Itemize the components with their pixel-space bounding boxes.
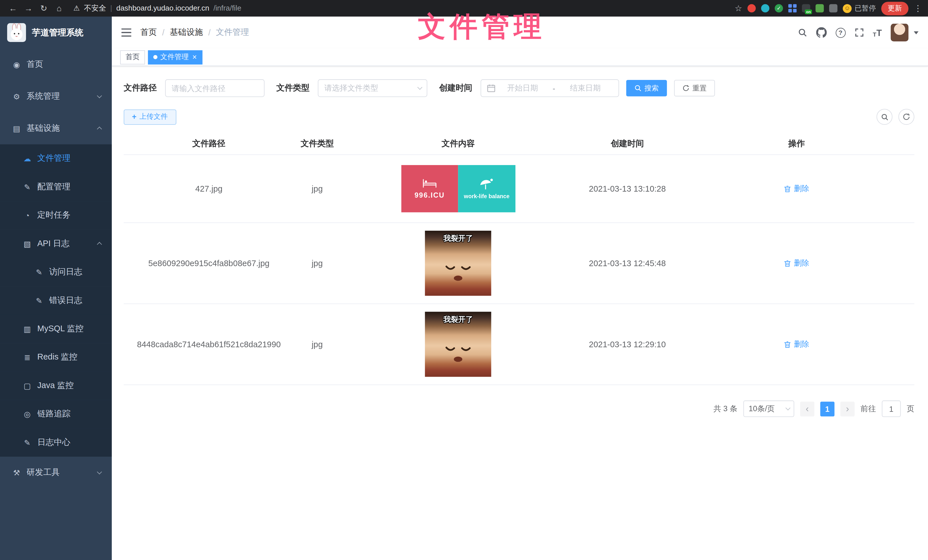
mysql-icon: ▥ [23,324,32,333]
breadcrumb: 首页/基础设施/文件管理 [140,27,249,38]
sidebar-toggle-icon[interactable] [112,28,140,37]
address-bar[interactable]: ⚠ 不安全 | dashboard.yudao.iocoder.cn/infra… [73,3,728,13]
tab-item[interactable]: 文件管理× [148,50,202,64]
file-image-crying-baby-meme[interactable]: 我裂开了 [425,231,491,296]
user-avatar[interactable] [891,24,908,41]
sidebar-item-link-trace[interactable]: ◎链路追踪 [0,400,112,428]
page-size-select[interactable]: 10条/页 [743,400,794,417]
sidebar-item-scheduled-job[interactable]: ◔定时任务 [0,201,112,229]
browser-update-button[interactable]: 更新 [881,2,908,15]
page-number-button[interactable]: 1 [820,401,835,416]
refresh-table-button[interactable] [898,109,914,125]
chevron-right-icon: › [846,404,849,414]
sidebar-item-java-monitor[interactable]: ▢Java 监控 [0,371,112,400]
sidebar-item-dev-tools[interactable]: ⚒研发工具 [0,457,112,488]
table-body: 427.jpgjpg 996.ICU work-life balance 202… [124,155,914,385]
sidebar-item-label: 配置管理 [37,182,70,192]
file-content-cell: 996.ICU work-life balance [340,155,576,222]
sidebar-menu: ◉首页⚙系统管理▤基础设施☁文件管理✎配置管理◔定时任务▧API 日志✎访问日志… [0,49,112,488]
file-type-select[interactable]: 请选择文件类型 [318,79,427,97]
browser-nav-buttons: ← → ↻ ⌂ [6,1,66,15]
avatar-caret-icon[interactable] [914,31,919,34]
sidebar-item-access-log[interactable]: ✎访问日志 [0,258,112,286]
forward-icon[interactable]: → [21,1,36,15]
file-path-input[interactable] [165,79,264,97]
error-log-icon: ✎ [34,296,44,305]
banner-left-text: 996.ICU [415,191,445,199]
delete-button[interactable]: 删除 [784,183,809,194]
sidebar-item-redis-monitor[interactable]: ≣Redis 监控 [0,343,112,371]
tab-close-icon[interactable]: × [192,53,197,61]
crying-face [438,257,478,283]
file-image-crying-baby-meme[interactable]: 我裂开了 [425,312,491,377]
upload-button[interactable]: + 上传文件 [124,109,176,125]
create-time-range-picker[interactable]: 开始日期 - 结束日期 [481,79,619,97]
sidebar-item-system[interactable]: ⚙系统管理 [0,81,112,113]
extension-icon[interactable]: on [802,4,810,12]
sidebar-item-error-log[interactable]: ✎错误日志 [0,286,112,315]
delete-button[interactable]: 删除 [784,339,809,350]
search-button-label: 搜索 [644,83,659,93]
goto-page-input[interactable] [882,400,901,417]
sidebar-item-mysql-monitor[interactable]: ▥MySQL 监控 [0,315,112,343]
reload-icon[interactable]: ↻ [37,1,51,15]
next-page-button[interactable]: › [840,401,855,416]
extension-icon[interactable]: ✓ [775,4,783,12]
security-warning-icon: ⚠ [73,4,80,12]
file-icon: ☁ [23,154,32,163]
file-image-996icu[interactable]: 996.ICU work-life balance [401,165,516,213]
toggle-search-button[interactable] [876,109,893,125]
sidebar-item-label: 系统管理 [27,91,60,102]
sidebar-item-label: MySQL 监控 [37,324,84,334]
back-icon[interactable]: ← [6,1,20,15]
dashboard-icon: ◉ [12,60,21,69]
sidebar-item-label: 首页 [27,59,43,70]
delete-button[interactable]: 删除 [784,258,809,268]
file-table: 文件路径文件类型文件内容创建时间操作 427.jpgjpg 996.ICU wo… [124,133,914,385]
extension-badge: on [805,9,812,14]
help-icon[interactable]: ? [835,27,846,37]
extension-icon[interactable] [748,4,756,12]
prev-page-button[interactable]: ‹ [800,401,815,416]
sidebar-item-file-manage[interactable]: ☁文件管理 [0,144,112,172]
beach-umbrella-icon [480,178,494,190]
github-icon[interactable] [816,27,827,38]
extension-icon[interactable] [761,4,769,12]
app-title: 芋道管理系统 [32,27,84,38]
sidebar-item-home[interactable]: ◉首页 [0,49,112,81]
fullscreen-icon[interactable] [855,28,864,37]
calendar-icon [487,84,495,92]
sidebar-item-api-log[interactable]: ▧API 日志 [0,230,112,258]
breadcrumb-separator: / [208,28,211,37]
chevron-down-icon [97,93,102,98]
sidebar-item-label: API 日志 [37,239,69,249]
sidebar-item-infrastructure[interactable]: ▤基础设施 [0,113,112,145]
bookmark-star-icon[interactable]: ☆ [735,3,742,13]
app-logo[interactable]: 芋道管理系统 [0,17,112,49]
breadcrumb-item[interactable]: 首页 [140,27,157,38]
tags-view-bar: 首页文件管理× [112,49,928,66]
extensions-puzzle-icon[interactable] [829,4,838,12]
meme-caption: 我裂开了 [425,234,491,243]
search-button[interactable]: 搜索 [626,80,667,96]
breadcrumb-item: 文件管理 [216,27,249,38]
banner-right-panel: work-life balance [458,165,515,213]
refresh-icon [902,113,910,121]
log-center-icon: ✎ [23,438,32,447]
tab-item[interactable]: 首页 [120,50,145,64]
header-search-icon[interactable] [798,28,807,37]
sidebar-item-config-manage[interactable]: ✎配置管理 [0,173,112,201]
sidebar-item-log-center[interactable]: ✎日志中心 [0,428,112,457]
extension-icon[interactable] [815,4,824,12]
trash-icon [784,185,791,192]
font-size-icon[interactable]: TT [873,27,882,37]
file-path-label: 文件路径 [124,83,157,93]
extension-icon[interactable] [788,4,797,12]
browser-menu-icon[interactable]: ⋮ [914,3,922,13]
action-cell: 删除 [679,183,914,194]
breadcrumb-item[interactable]: 基础设施 [170,27,203,38]
logo-avatar [7,23,26,42]
browser-home-icon[interactable]: ⌂ [52,1,66,15]
table-row: 8448cada8c714e4ab61f521c8da21990jpg 我裂开了… [124,304,914,385]
reset-button[interactable]: 重置 [674,80,715,96]
